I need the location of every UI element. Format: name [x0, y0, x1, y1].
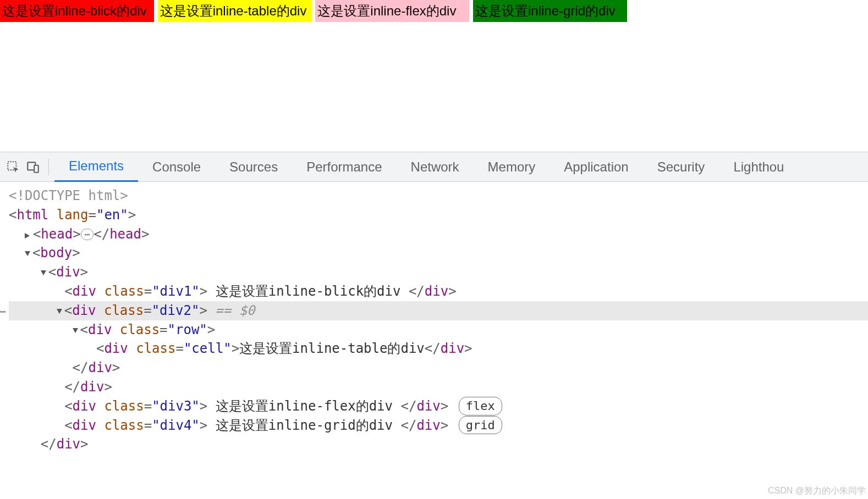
separator	[48, 159, 49, 175]
dom-div1[interactable]: <div class="div1"> 这是设置inline-blick的div …	[9, 282, 868, 301]
box-inline-grid: 这是设置inline-grid的div	[473, 0, 627, 22]
dom-div4[interactable]: <div class="div4"> 这是设置inline-grid的div <…	[9, 416, 868, 435]
tab-memory[interactable]: Memory	[474, 152, 550, 182]
tab-network[interactable]: Network	[397, 152, 474, 182]
grid-badge[interactable]: grid	[459, 416, 502, 435]
dom-cell[interactable]: <div class="cell">这是设置inline-table的div</…	[9, 339, 868, 358]
tab-sources[interactable]: Sources	[215, 152, 292, 182]
tab-lighthouse[interactable]: Lighthou	[719, 152, 798, 182]
dom-div-open[interactable]: <div>	[9, 263, 868, 282]
svg-rect-2	[34, 165, 39, 172]
box-inline-table: 这是设置inline-table的div	[158, 0, 312, 22]
dom-head[interactable]: <head>⋯</head>	[9, 225, 868, 244]
dom-body-open[interactable]: <body>	[9, 243, 868, 263]
box-inline-block: 这是设置inline-blick的div	[0, 0, 154, 22]
tab-console[interactable]: Console	[138, 152, 215, 182]
page-preview: 这是设置inline-blick的div 这是设置inline-table的di…	[0, 0, 868, 152]
devtools-panel: Elements Console Sources Performance Net…	[0, 152, 868, 454]
dom-row-open[interactable]: <div class="row">	[9, 320, 868, 340]
boxes: 这是设置inline-blick的div 这是设置inline-table的di…	[0, 0, 868, 22]
dom-div3[interactable]: <div class="div3"> 这是设置inline-flex的div <…	[9, 397, 868, 416]
tab-application[interactable]: Application	[550, 152, 642, 182]
device-toolbar-icon[interactable]	[23, 157, 43, 177]
watermark: CSDN @努力的小朱同学	[768, 485, 866, 497]
dom-row-close[interactable]: </div>	[9, 358, 868, 378]
box-inline-flex: 这是设置inline-flex的div	[315, 0, 469, 22]
tab-performance[interactable]: Performance	[292, 152, 396, 182]
tab-elements[interactable]: Elements	[54, 152, 138, 182]
devtools-tabbar: Elements Console Sources Performance Net…	[0, 152, 868, 182]
dom-html-open[interactable]: <html lang="en">	[9, 206, 868, 225]
dom-div2-open[interactable]: ⋯ <div class="div2"> == $0	[9, 301, 868, 320]
inspect-icon[interactable]	[3, 157, 23, 177]
ellipsis-icon[interactable]: ⋯	[81, 229, 94, 240]
dom-tree[interactable]: <!DOCTYPE html> <html lang="en"> <head>⋯…	[0, 182, 868, 454]
flex-badge[interactable]: flex	[459, 397, 502, 415]
dom-doctype[interactable]: <!DOCTYPE html>	[9, 186, 868, 206]
tab-security[interactable]: Security	[643, 152, 719, 182]
tabs: Elements Console Sources Performance Net…	[54, 152, 865, 182]
dom-div-close[interactable]: </div>	[9, 435, 868, 454]
dom-div2-close[interactable]: </div>	[9, 378, 868, 397]
